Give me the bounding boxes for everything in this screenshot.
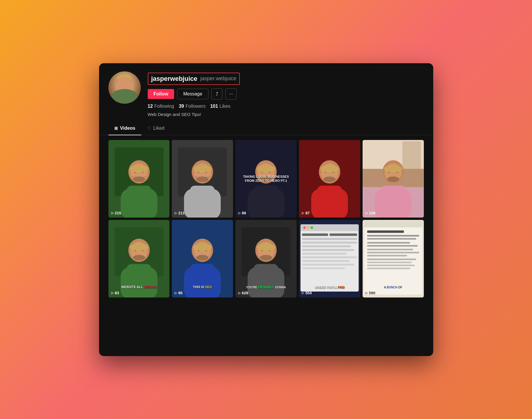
svg-point-41 (320, 165, 339, 172)
video-thumb-10[interactable]: A BUNCH OF ▷ 590 (363, 220, 424, 297)
likes-count: 101 (210, 104, 218, 109)
tab-liked-label: Liked (153, 126, 164, 131)
svg-rect-115 (367, 261, 411, 263)
video-overlay-7: THIS IS SEO (172, 285, 233, 289)
video-thumb-5[interactable]: ▷ 129 (363, 140, 424, 218)
svg-point-91 (311, 226, 313, 229)
svg-rect-108 (367, 238, 416, 240)
svg-rect-94 (302, 238, 357, 240)
follow-button[interactable]: Follow (148, 89, 174, 99)
svg-point-82 (257, 243, 275, 251)
svg-point-73 (196, 255, 209, 260)
view-count-7: ▷ 95 (175, 291, 182, 295)
svg-point-42 (323, 176, 336, 182)
video-thumb-6[interactable]: WEBSITE ALL WRONG ▷ 83 (108, 220, 170, 297)
svg-point-23 (193, 165, 212, 172)
svg-rect-102 (302, 267, 345, 269)
svg-rect-35 (254, 185, 278, 194)
svg-rect-101 (302, 264, 354, 265)
play-icon-5: ▷ (366, 211, 368, 215)
svg-rect-100 (302, 260, 349, 262)
username-handle: jasper.webjuice (200, 76, 236, 82)
svg-rect-92 (302, 233, 328, 236)
following-label: Following (154, 104, 174, 109)
avatar (108, 71, 141, 104)
username: jasperwebjuice (151, 75, 198, 83)
videos-tab-icon: ⊞ (114, 126, 118, 131)
play-icon-1: ▷ (111, 211, 114, 215)
video-thumb-3[interactable]: TAKING LOCAL BUSINESSES FROM ZERO TO HER… (235, 140, 297, 218)
svg-point-83 (260, 255, 272, 260)
video-overlay-10: A BUNCH OF (363, 286, 424, 289)
view-count-1: ▷ 215 (111, 211, 121, 215)
svg-point-63 (130, 243, 148, 251)
tabs-section: ⊞ Videos ♡ Liked (99, 117, 433, 135)
view-count-2: ▷ 211 (175, 211, 185, 215)
svg-rect-1 (113, 92, 136, 104)
svg-rect-97 (302, 249, 354, 251)
view-count-3: ▷ 89 (238, 211, 246, 215)
svg-point-72 (193, 243, 212, 251)
share-icon: ⤴ (216, 91, 218, 97)
tab-liked[interactable]: ♡ Liked (141, 123, 170, 135)
video-thumb-7[interactable]: THIS IS SEO ▷ 95 (172, 220, 233, 297)
svg-rect-110 (367, 245, 417, 247)
svg-rect-113 (367, 255, 407, 256)
followers-stat[interactable]: 39 Followers (179, 104, 205, 109)
svg-rect-47 (402, 141, 421, 172)
view-count-5: ▷ 129 (366, 211, 375, 215)
svg-point-14 (133, 176, 145, 182)
likes-stat[interactable]: 101 Likes (210, 104, 230, 109)
svg-point-24 (196, 176, 209, 182)
svg-rect-111 (367, 249, 413, 250)
view-count-9: ▷ 554 (302, 291, 312, 295)
play-icon-3: ▷ (238, 211, 241, 215)
svg-point-89 (303, 226, 306, 229)
video-thumb-9[interactable]: WHERE YOU'LL FIND ▷ 554 (299, 220, 360, 297)
svg-rect-105 (364, 221, 422, 227)
profile-section: jasperwebjuice jasper.webjuice Follow Me… (99, 63, 433, 117)
video-thumb-4[interactable]: ▷ 87 (299, 140, 360, 218)
svg-point-3 (120, 82, 123, 85)
video-overlay-3: TAKING LOCAL BUSINESSES FROM ZERO TO HER… (239, 175, 294, 183)
svg-point-64 (133, 255, 145, 260)
svg-point-54 (387, 176, 399, 182)
play-icon-6: ▷ (111, 291, 114, 295)
svg-rect-75 (190, 264, 215, 273)
stats-row: 12 Following 39 Followers 101 Likes (148, 104, 424, 109)
svg-rect-114 (367, 258, 416, 260)
action-buttons: Follow Message ⤴ ··· (148, 88, 424, 100)
followers-label: Followers (186, 104, 205, 109)
video-thumb-2[interactable]: ▷ 211 (172, 140, 233, 218)
svg-rect-26 (190, 185, 215, 194)
play-icon-9: ▷ (302, 291, 304, 295)
tab-videos[interactable]: ⊞ Videos (108, 123, 141, 135)
more-options-button[interactable]: ··· (225, 88, 237, 100)
svg-rect-93 (329, 233, 357, 236)
svg-rect-116 (367, 264, 414, 266)
svg-rect-106 (367, 230, 404, 232)
message-button[interactable]: Message (177, 89, 208, 99)
username-container: jasperwebjuice jasper.webjuice (148, 73, 240, 85)
play-icon-7: ▷ (175, 291, 177, 295)
view-count-4: ▷ 87 (302, 211, 310, 215)
share-button[interactable]: ⤴ (211, 88, 222, 100)
svg-point-6 (119, 87, 130, 93)
video-thumb-1[interactable]: ▷ 215 (108, 140, 170, 218)
svg-point-13 (130, 165, 148, 172)
video-overlay-6: WEBSITE ALL WRONG (108, 285, 170, 289)
following-count: 12 (148, 104, 153, 109)
svg-rect-99 (302, 256, 357, 258)
play-icon-4: ▷ (302, 211, 304, 215)
video-thumb-8[interactable]: YOU'RE PROBABLY GONNA ▷ 628 (235, 220, 297, 297)
following-stat[interactable]: 12 Following (148, 104, 174, 109)
svg-point-2 (118, 77, 131, 92)
svg-point-90 (307, 226, 309, 229)
view-count-8: ▷ 628 (238, 291, 248, 295)
app-window: jasperwebjuice jasper.webjuice Follow Me… (99, 63, 433, 356)
svg-rect-109 (367, 242, 410, 243)
video-overlay-9: WHERE YOU'LL FIND (299, 286, 360, 289)
svg-rect-112 (367, 252, 419, 253)
play-icon-10: ▷ (366, 291, 368, 295)
view-count-10: ▷ 590 (366, 291, 375, 295)
